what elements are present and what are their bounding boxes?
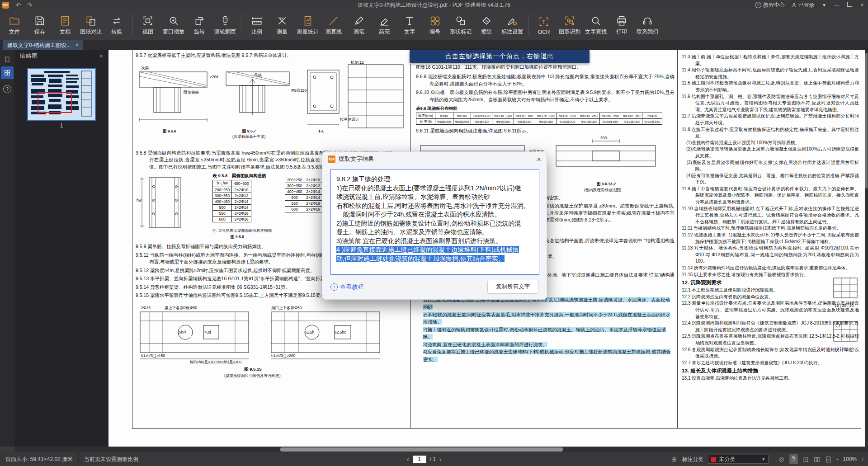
view-icon — [142, 14, 154, 27]
info-icon: i — [330, 283, 338, 291]
grid-icon — [4, 69, 11, 76]
toolbar-file[interactable]: 文件 — [2, 11, 27, 38]
continuous-scroll-icon[interactable] — [825, 456, 832, 463]
user-icon — [791, 2, 797, 8]
prev-page-button[interactable]: ‹ — [407, 456, 409, 463]
visibility-icon[interactable] — [778, 456, 785, 463]
question-circle-icon: ? — [755, 2, 761, 8]
toolbar-print[interactable]: 打印 — [609, 11, 634, 38]
toolbar-save[interactable]: 保存 — [27, 11, 52, 38]
toolbar-pen[interactable]: 画笔 — [346, 11, 372, 38]
horizontal-scrollbar[interactable] — [14, 447, 868, 452]
figure-caption: 图 9.5.15 — [244, 367, 262, 372]
add-note-icon[interactable] — [802, 456, 809, 463]
close-button[interactable]: × — [859, 2, 865, 8]
menu-caret-icon[interactable]: ▾ — [821, 2, 827, 8]
toolbar-window-zoom[interactable]: 窗口缩放 — [160, 11, 187, 38]
dialog-close-icon[interactable]: × — [537, 155, 541, 163]
extracted-text-line: 凝土。钢筋上的油污、水泥浆及浮锈等杂物也应清除。 — [336, 228, 534, 237]
toolbar-highlight[interactable]: 高亮 — [372, 11, 397, 38]
toolbar-text[interactable]: 文字 — [397, 11, 422, 38]
toolbar-number[interactable]: 编号 — [422, 11, 448, 38]
table-note: 注: ①号筋表示梁侧面纵向构造钢筋 — [212, 228, 272, 233]
text-icon — [404, 14, 415, 27]
toolbar-document[interactable]: 文档 — [52, 11, 78, 38]
toolbar-measure-stats[interactable]: 测量统计 — [295, 11, 321, 38]
table-header-cell: h=170~180 — [535, 113, 557, 119]
toolbar-shape-mark[interactable]: 形状标记 — [448, 11, 474, 38]
toolbar-drawing-compare[interactable]: 图纸对比 — [78, 11, 104, 38]
doc-heading: 13. 超长及大体积混凝土结构措施 — [682, 366, 859, 375]
toolbar-annotation-settings[interactable]: 标注设置 — [499, 11, 525, 38]
facing-pages-icon[interactable] — [814, 456, 821, 463]
toolbar-scroll-page[interactable]: 滚轮翻页 — [212, 11, 238, 38]
ocr-icon — [538, 15, 550, 28]
vertical-scrollbar-thumb[interactable] — [865, 53, 868, 188]
dialog-header[interactable]: PDF 提取文字结果 × — [322, 152, 547, 166]
highlighter-icon — [378, 14, 390, 27]
category-dropdown[interactable]: 未分类 ▼ — [708, 455, 769, 464]
view-tutorial-link[interactable]: i 查看教程 — [330, 283, 363, 291]
tutorial-center-button[interactable]: ? 教程中心 — [755, 1, 785, 9]
toolbar-shape-recognition[interactable]: 图形识别 — [557, 11, 583, 38]
toolbar-scale[interactable]: 比例 — [244, 11, 269, 38]
vertical-scrollbar[interactable] — [865, 50, 868, 447]
toolbar-text-search[interactable]: 文字查找 — [583, 11, 609, 38]
dimension-label: ≥1.5h — [305, 330, 314, 334]
toolbar-rotate[interactable]: 旋转 — [187, 11, 212, 38]
doc-paragraph: 9.6.9 现浇板端支座配筋时,板底筋在支座处锚固,板面筋在跨中 1/3 跨长范… — [416, 73, 675, 87]
thumbnail-panel: 缩略图 × — [14, 50, 109, 447]
table-header-cell: h=260~290 — [599, 113, 621, 119]
toolbar-contact-us[interactable]: 联系我们 — [634, 11, 660, 38]
extracted-text-panel[interactable]: 9.8.2 施工缝的处理:1)在已硬化的混凝土表面上(要求混凝土强度达到1.2N… — [330, 169, 539, 275]
doc-paragraph: 11.13 对于砌体、墙体构件,当图纸注明钢筋为两种直径时: 如采用 Φ10/1… — [682, 245, 859, 265]
pdf-viewer-window: PDF ↶ ↷ 提取文字0-结构施工图设计总说明.pdf - PDF 快速看图 … — [0, 0, 868, 466]
dimension-label: 2Φ16 — [141, 306, 151, 310]
toolbar-draw-line[interactable]: 画直线 — [321, 11, 346, 38]
table-value-cell: Φ6@200 — [453, 119, 471, 125]
eraser-icon — [481, 14, 492, 27]
toolbar-view[interactable]: 视图 — [135, 11, 160, 38]
document-tab[interactable]: 提取文字0-结构施工图设... × — [3, 40, 83, 50]
main-toolbar: 文件 保存 文档 图纸对比 转换 视图 窗口缩放 旋转 — [0, 10, 868, 40]
undo-icon[interactable]: ↶ — [16, 2, 21, 9]
page-thumbnail[interactable] — [27, 68, 96, 121]
doc-paragraph: 11.11 当楼层结构找平时,预埋钢筋碰撞应按图纸下料,满足钢筋锚固长度的要求。 — [682, 225, 859, 232]
next-page-button[interactable]: › — [439, 456, 442, 463]
redo-icon[interactable]: ↷ — [27, 2, 32, 9]
page-navigation: ‹ 1 / 1 › — [407, 456, 442, 463]
doc-paragraph: 11.9 施工中当钢筋需要代换时,除应符合设计要求的构件承载力、最大力下的总伸长… — [682, 186, 859, 206]
shape-recognition-icon — [564, 14, 576, 27]
zoom-out-button[interactable]: - — [836, 456, 838, 462]
document-icon — [59, 14, 71, 27]
bookmarks-panel-button[interactable] — [1, 53, 14, 66]
table-row: 200~2502×2Φ10 — [213, 187, 251, 193]
table-value-cell: Φ10@180 — [578, 119, 599, 125]
left-rail: ? — [0, 50, 14, 447]
extracted-text-line: 9.8.2 施工缝的处理: — [336, 175, 534, 184]
toolbar-measure[interactable]: 测量 — [269, 11, 295, 38]
dimension-label: ≥20d — [210, 75, 218, 79]
thumbnails-panel-button[interactable] — [1, 66, 14, 79]
column-divider — [677, 50, 678, 428]
window-title: 提取文字0-结构施工图设计总说明.pdf - PDF 快速看图 v4.8.1.7… — [0, 1, 868, 9]
table-row: 300~3502×2Φ12 — [213, 193, 251, 199]
copy-all-text-button[interactable]: 复制所有文字 — [487, 280, 538, 294]
horizontal-scrollbar-thumb[interactable] — [280, 447, 563, 452]
maximize-button[interactable] — [846, 2, 853, 8]
table-96: 板厚(mm)h≤90h=100100<h≤120h=130~140h=150~1… — [416, 113, 662, 125]
page-number-input[interactable]: 1 — [413, 456, 426, 463]
hand-tool-button[interactable] — [789, 454, 798, 464]
dimension-label: 洞口上下各加Φ50 — [271, 306, 302, 310]
toolbar-erase[interactable]: 擦除 — [474, 11, 499, 38]
login-status[interactable]: 已登录 — [791, 1, 815, 9]
doc-paragraph: 11.7 后浇带浇筑完毕后应采取措施加以保护,防止钢筋锈蚀。严禁混凝土结构部分长… — [682, 113, 859, 126]
toolbar-ocr[interactable]: OCR — [531, 11, 557, 38]
tab-close-icon[interactable]: × — [75, 42, 79, 48]
minimize-button[interactable] — [834, 2, 840, 8]
zoom-in-button[interactable]: + — [861, 456, 864, 462]
help-panel-button[interactable]: ? — [1, 83, 14, 95]
hand-icon — [790, 455, 797, 462]
toolbar-convert[interactable]: 转换 — [104, 11, 129, 38]
panel-close-icon[interactable]: × — [99, 52, 103, 60]
